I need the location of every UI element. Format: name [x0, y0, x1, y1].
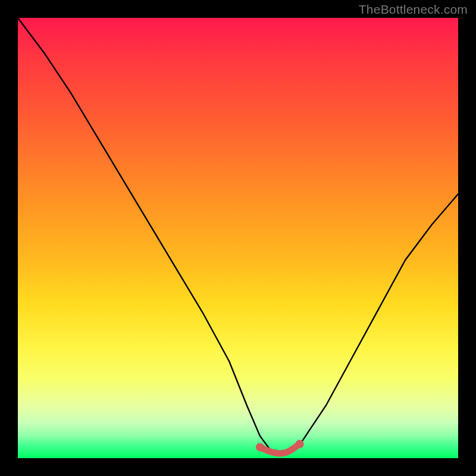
flat-zone-endpoint: [296, 440, 304, 448]
watermark-text: TheBottleneck.com: [359, 2, 468, 17]
bottleneck-curve-path: [18, 18, 458, 454]
plot-area: [18, 18, 458, 458]
chart-frame: TheBottleneck.com: [0, 0, 476, 476]
flat-zone-stroke: [260, 444, 300, 453]
flat-zone-endpoint: [256, 443, 264, 452]
curve-layer: [18, 18, 458, 458]
flat-zone-marker-group: [256, 440, 304, 453]
